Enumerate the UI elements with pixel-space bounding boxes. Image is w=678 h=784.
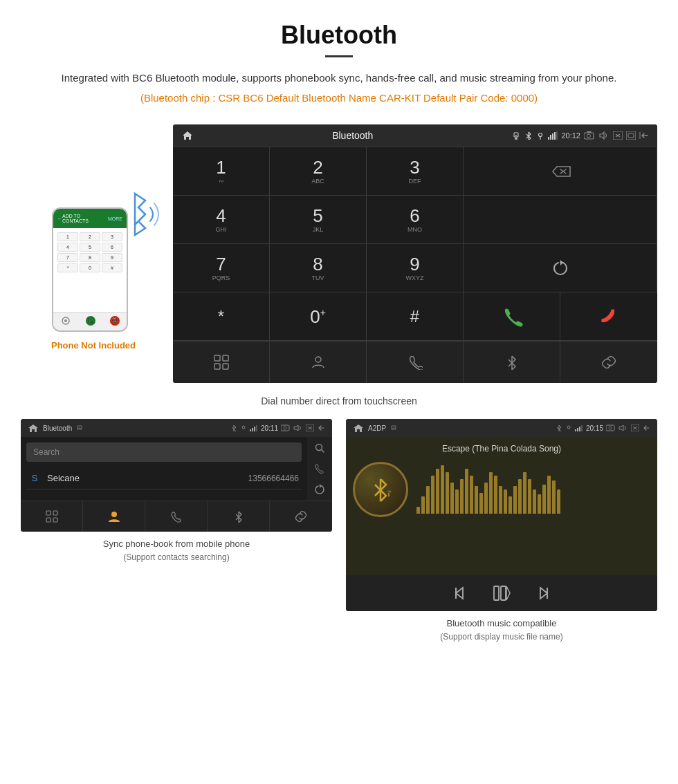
visualizer-bar [426, 486, 430, 514]
key-2[interactable]: 2 ABC [270, 147, 367, 196]
fast-forward-button[interactable] [532, 585, 549, 604]
svg-rect-45 [579, 427, 580, 431]
phone-not-included-label: Phone Not Included [51, 340, 136, 351]
pb-cam-icon [281, 424, 291, 431]
contact-initial: S [29, 473, 40, 483]
pb-phone-button[interactable] [145, 501, 208, 532]
key-hash[interactable]: # [367, 292, 464, 341]
end-call-red-button[interactable] [560, 292, 657, 341]
phonebook-caption-line2: (Support contacts searching) [103, 551, 250, 563]
top-section: ← ADD TO CONTACTS MORE 1 2 3 4 5 6 7 [21, 124, 657, 383]
visualizer-bar [538, 494, 541, 514]
rewind-button[interactable] [455, 585, 471, 604]
visualizer-bar [441, 465, 444, 514]
bluetooth-nav-button[interactable] [464, 342, 560, 383]
link-nav-button[interactable] [560, 342, 657, 383]
svg-rect-8 [556, 131, 558, 140]
call-green-button[interactable] [464, 292, 560, 341]
svg-rect-19 [214, 355, 220, 361]
phone-key-3: 3 [102, 232, 122, 241]
visualizer-bar [460, 479, 464, 514]
svg-marker-18 [560, 260, 563, 265]
visualizer-bar [518, 479, 522, 514]
pb-grid-button[interactable] [21, 501, 83, 532]
call-green-icon [501, 306, 523, 328]
contact-row[interactable]: S Seicane 13566664466 [26, 467, 302, 489]
music-sb-right: 20:15 [556, 424, 650, 432]
dialpad-screenshot: Bluetooth [173, 124, 657, 383]
visualizer-bar [455, 489, 459, 514]
pb-person-button[interactable] [83, 501, 145, 532]
play-pause-button[interactable] [492, 584, 511, 606]
refresh-icon [551, 259, 569, 277]
key-4[interactable]: 4 GHI [173, 196, 270, 244]
backspace-cell[interactable] [464, 147, 657, 196]
contacts-nav-button[interactable] [270, 342, 367, 383]
search-sidebar-icon [314, 442, 325, 454]
music-statusbar: A2DP [346, 419, 657, 437]
pb-person-icon [107, 510, 121, 523]
visualizer-bar [489, 472, 493, 514]
pb-phone-icon [170, 510, 183, 523]
key-6[interactable]: 6 MNO [367, 196, 464, 244]
bluetooth-nav-icon [504, 355, 520, 370]
key-0[interactable]: 0+ [270, 292, 367, 341]
music-screenshot-section: A2DP [346, 419, 657, 643]
key-3[interactable]: 3 DEF [367, 147, 464, 196]
music-title: A2DP [368, 424, 386, 432]
close-icon [613, 131, 623, 140]
end-call-red-icon [598, 306, 620, 328]
key-1[interactable]: 1 ∾ [173, 147, 270, 196]
grid-nav-button[interactable] [173, 342, 270, 383]
svg-point-41 [111, 512, 117, 517]
key-5[interactable]: 5 JKL [270, 196, 367, 244]
grid-icon [214, 355, 229, 370]
music-frame: A2DP [346, 419, 657, 611]
page-title: Bluetooth [42, 21, 636, 50]
phone-key-1: 1 [57, 232, 78, 241]
visualizer-bar [494, 476, 497, 514]
page-specs: (Bluetooth chip : CSR BC6 Default Blueto… [42, 92, 636, 104]
phone-key-2: 2 [80, 232, 100, 241]
phone-key-8: 8 [80, 253, 100, 262]
phone-nav-icon [407, 355, 423, 370]
key-9[interactable]: 9 WXYZ [367, 244, 464, 292]
key-8[interactable]: 8 TUV [270, 244, 367, 292]
pb-close-icon [306, 424, 314, 431]
svg-rect-46 [581, 425, 583, 431]
key-star[interactable]: * [173, 292, 270, 341]
visualizer-bar [475, 486, 478, 514]
music-cam-icon [606, 424, 616, 431]
phone-body-inner: 1 2 3 4 5 6 7 8 9 * 0 # [53, 228, 127, 312]
phone-body: ← ADD TO CONTACTS MORE 1 2 3 4 5 6 7 [52, 207, 128, 332]
phonebook-screenshot-section: Bluetooth [21, 419, 332, 643]
phone-key-0: 0 [80, 263, 100, 272]
contact-number: 13566664466 [248, 474, 299, 483]
phone-nav-button[interactable] [367, 342, 464, 383]
phonebook-sidebar [307, 437, 332, 501]
svg-rect-15 [628, 133, 634, 138]
phonebook-bottom-nav [21, 501, 332, 532]
pb-bluetooth-button[interactable] [208, 501, 270, 532]
refresh-cell[interactable] [464, 244, 657, 292]
key-7[interactable]: 7 PQRS [173, 244, 270, 292]
svg-rect-44 [577, 428, 578, 431]
svg-point-34 [316, 445, 322, 451]
fast-forward-icon [532, 585, 549, 601]
search-bar[interactable]: Search [26, 442, 302, 462]
bottom-screenshots: Bluetooth [21, 419, 657, 643]
rewind-icon [455, 585, 471, 601]
svg-marker-52 [456, 588, 463, 599]
phonebook-content: Search S Seicane 13566664466 [21, 437, 332, 501]
music-caption-line1: Bluetooth music compatible [440, 617, 562, 631]
pb-link-button[interactable] [270, 501, 332, 532]
visualizer-bar [508, 496, 512, 514]
svg-rect-47 [606, 425, 614, 431]
phone-key-9: 9 [102, 253, 122, 262]
music-usb-icon [390, 424, 397, 431]
pb-loc-icon [240, 424, 247, 431]
music-body: Escape (The Pina Colada Song) [346, 437, 657, 575]
svg-rect-6 [552, 133, 553, 140]
phone-screen-top: ← ADD TO CONTACTS MORE [53, 209, 127, 228]
svg-point-1 [64, 319, 67, 322]
